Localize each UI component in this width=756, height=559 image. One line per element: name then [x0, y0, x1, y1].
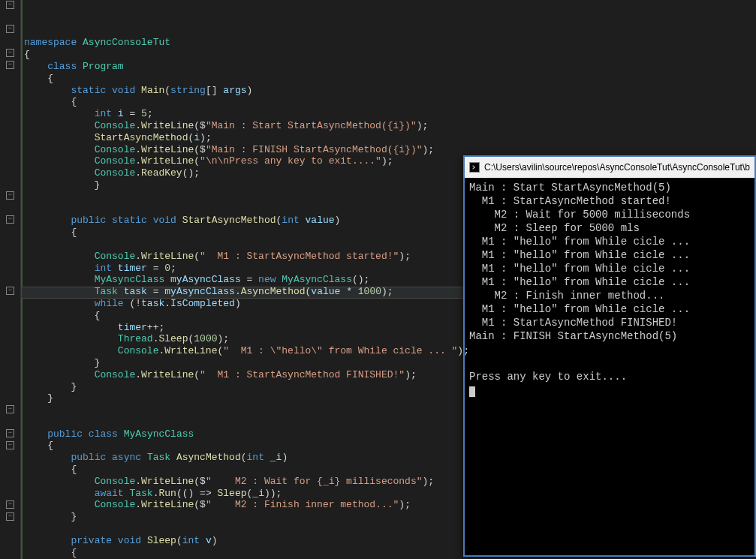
fold-toggle[interactable]: − — [6, 1, 14, 9]
fold-toggle[interactable]: − — [6, 287, 14, 295]
fold-toggle[interactable]: − — [6, 429, 14, 437]
fold-toggle[interactable]: − — [6, 25, 14, 33]
fold-toggle[interactable]: − — [6, 191, 14, 200]
fold-toggle[interactable]: − — [6, 512, 14, 521]
fold-toggle[interactable]: − — [6, 441, 14, 449]
code-area[interactable]: namespace AsyncConsoleTut{ class Program… — [21, 0, 756, 559]
fold-toggle[interactable]: − — [6, 49, 14, 57]
fold-toggle[interactable]: − — [6, 500, 14, 509]
fold-toggle[interactable]: − — [6, 61, 14, 69]
fold-toggle[interactable]: − — [6, 405, 14, 413]
fold-toggle[interactable]: − — [6, 215, 14, 224]
gutter: −−−−−−−−−−−− — [0, 0, 21, 559]
code-editor[interactable]: −−−−−−−−−−−− namespace AsyncConsoleTut{ … — [0, 0, 756, 559]
